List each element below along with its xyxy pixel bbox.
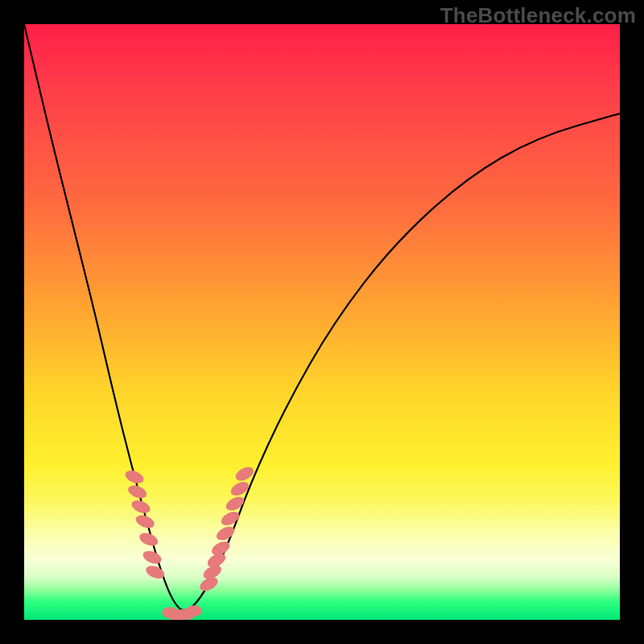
data-marker <box>138 530 159 548</box>
data-marker <box>214 524 237 543</box>
data-marker <box>224 494 246 514</box>
data-marker <box>123 468 145 485</box>
data-marker <box>186 605 202 617</box>
data-marker <box>219 509 242 528</box>
watermark-text: TheBottleneck.com <box>440 3 636 28</box>
chart-frame: TheBottleneck.com <box>0 0 644 644</box>
marker-group <box>123 464 256 620</box>
data-marker <box>141 548 163 566</box>
bottleneck-curve <box>24 24 620 610</box>
data-marker <box>229 479 251 498</box>
plot-area <box>24 24 620 620</box>
curve-layer <box>24 24 620 620</box>
